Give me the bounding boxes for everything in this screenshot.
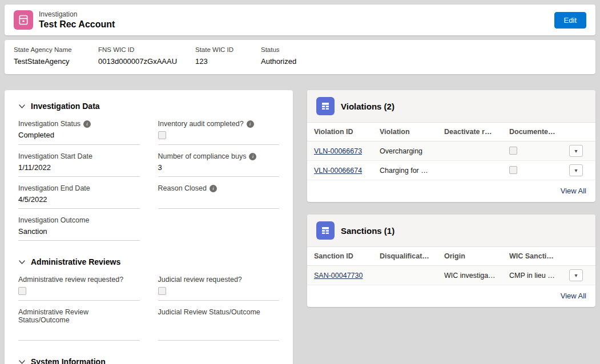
column-header[interactable]: Deactivate record? [437,123,502,141]
info-icon[interactable] [83,120,91,128]
checkbox-unchecked [509,147,517,155]
field-label: State Agency Name [14,46,91,53]
info-icon[interactable] [249,153,256,160]
field-investigation-outcome: Investigation Outcome Sanction [18,216,140,241]
field-value [158,195,280,205]
chevron-down-icon [18,103,26,110]
field-value: Authorized [261,57,579,66]
column-header-actions [562,123,595,141]
deactivate-record-cell [437,141,502,161]
violations-header[interactable]: Violations (2) [307,90,595,122]
field-value: 123 [195,57,254,66]
column-header[interactable]: Violation ID [307,123,373,141]
info-icon[interactable] [210,185,217,192]
violation-id-link[interactable]: VLN-00066674 [314,167,362,175]
field-label: FNS WIC ID [98,46,188,53]
column-header-actions [562,247,595,266]
edit-button[interactable]: Edit [554,12,586,29]
highlight-state-wic-id: State WIC ID 123 [195,46,261,66]
violation-cell: Charging for suppl... [373,161,437,180]
view-all-link[interactable]: View All [561,292,586,300]
field-value [18,327,140,337]
field-empty [158,216,280,241]
field-label: Investigation Start Date [18,152,92,160]
field-value: 4/5/2022 [18,195,140,205]
field-investigation-end-date: Investigation End Date 4/5/2022 [18,184,140,209]
table-row: VLN-00066674 Charging for suppl... [307,161,595,180]
sanctions-list-icon [316,221,335,240]
violations-footer: View All [307,180,595,202]
section-header-system-information[interactable]: System Information [18,357,281,364]
field-label: Number of compliance buys [158,152,247,160]
highlights-panel: State Agency Name TestStateAgency FNS WI… [5,40,595,74]
field-label: Reason Closed [158,184,207,192]
field-label: Investigation Status [18,120,80,128]
checkbox-unchecked [158,287,166,295]
checkbox-unchecked [158,131,166,139]
field-administrative-review-requested: Administrative review requested? [18,276,140,301]
field-label: Status [261,46,579,53]
entity-label: Investigation [39,10,115,18]
info-icon[interactable] [247,120,254,128]
table-header-row: Sanction ID Disqualification D... Origin… [307,247,595,266]
field-value [158,319,280,329]
deactivate-record-cell [437,161,502,180]
chevron-down-icon [574,273,577,278]
sanction-id-link[interactable]: SAN-00047730 [314,272,363,280]
checkbox-unchecked [18,287,26,295]
related-list-title: Sanctions (1) [341,226,394,236]
table-row: SAN-00047730 WIC investigation CMP in li… [307,266,595,285]
highlight-status: Status Authorized [261,46,586,66]
record-title: Test Rec Account [39,19,115,30]
origin-cell: WIC investigation [437,266,502,285]
related-lists-column: Violations (2) Violation ID Violation De… [307,90,595,307]
field-label: Investigation Outcome [18,216,89,224]
field-administrative-review-status-outcome: Administrative Review Status/Outcome [18,308,140,341]
documented-cell [502,141,562,161]
field-value: Sanction [18,227,140,237]
field-label: Judicial Review Status/Outcome [158,308,260,316]
column-header[interactable]: Documented non-... [502,123,562,141]
record-header-card: Investigation Test Rec Account Edit [5,5,595,35]
field-inventory-audit-completed: Inventory audit completed? [158,120,280,145]
field-investigation-status: Investigation Status Completed [18,120,140,145]
section-header-administrative-reviews[interactable]: Administrative Reviews [18,257,281,266]
investigation-record-page: Investigation Test Rec Account Edit Stat… [0,5,600,364]
row-actions-button[interactable] [569,164,583,176]
field-label: Investigation End Date [18,184,90,192]
field-value: TestStateAgency [14,57,91,66]
section-title: Investigation Data [31,102,100,111]
documented-cell [502,161,562,180]
field-value: 1/11/2022 [18,163,140,173]
column-header[interactable]: Origin [437,247,502,266]
column-header[interactable]: Violation [373,123,437,141]
section-header-investigation-data[interactable]: Investigation Data [18,102,281,111]
highlight-state-agency-name: State Agency Name TestStateAgency [14,46,98,66]
field-value: 0013d000007zGxAAAU [98,57,188,66]
column-header[interactable]: Disqualification D... [373,247,437,266]
violations-list-icon [316,97,335,115]
sanctions-header[interactable]: Sanctions (1) [307,215,595,246]
field-label: Administrative review requested? [18,276,123,284]
chevron-down-icon [18,258,26,266]
column-header[interactable]: Sanction ID [307,247,373,266]
field-judicial-review-status-outcome: Judicial Review Status/Outcome [158,308,280,341]
field-label: State WIC ID [195,46,254,53]
row-actions-button[interactable] [569,145,583,157]
chevron-down-icon [18,358,26,364]
column-header[interactable]: WIC Sanction Type [502,247,562,266]
field-value: 3 [158,163,280,173]
field-value: Completed [18,131,140,140]
highlight-fns-wic-id: FNS WIC ID 0013d000007zGxAAAU [98,46,195,66]
violation-id-link[interactable]: VLN-00066673 [314,147,362,155]
field-number-of-compliance-buys: Number of compliance buys 3 [158,152,280,177]
view-all-link[interactable]: View All [561,187,586,195]
related-list-title: Violations (2) [341,102,394,111]
sanctions-table: Sanction ID Disqualification D... Origin… [307,246,595,285]
row-actions-button[interactable] [569,269,583,281]
field-label: Inventory audit completed? [158,120,244,128]
investigation-record-icon [14,10,33,30]
record-detail-card: Investigation Data Investigation Status … [5,90,293,364]
field-label: Administrative Review Status/Outcome [18,308,140,324]
administrative-reviews-fields: Administrative review requested? Judicia… [16,276,281,348]
